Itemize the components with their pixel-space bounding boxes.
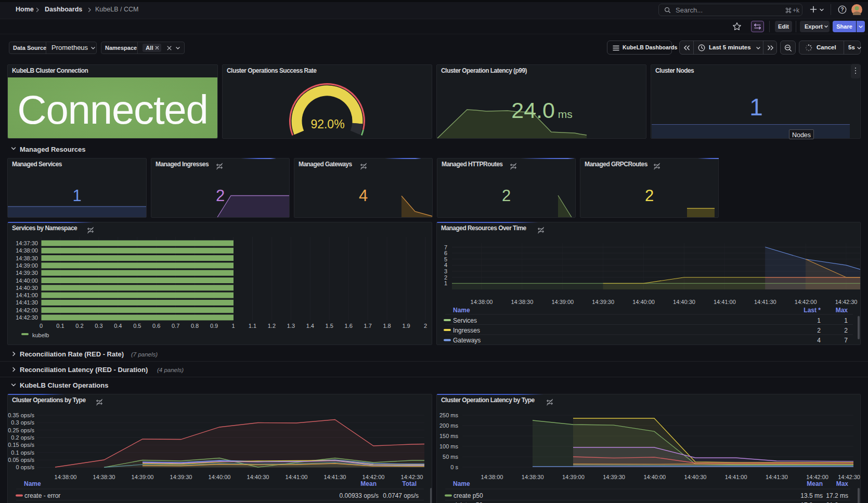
- svg-text:1.1: 1.1: [249, 323, 256, 329]
- svg-text:14:38:00: 14:38:00: [16, 247, 38, 254]
- svg-text:Total: Total: [402, 480, 417, 487]
- svg-text:Name: Name: [24, 480, 41, 487]
- svg-text:14:38:30: 14:38:30: [93, 474, 115, 480]
- svg-text:14:42:30: 14:42:30: [835, 299, 858, 305]
- svg-text:3: 3: [444, 268, 447, 274]
- svg-text:Gateways: Gateways: [453, 337, 481, 344]
- svg-text:100 ms: 100 ms: [439, 443, 459, 449]
- svg-text:0.8: 0.8: [191, 323, 199, 329]
- svg-text:Name: Name: [453, 307, 470, 314]
- svg-text:0.0747 ops/s: 0.0747 ops/s: [383, 492, 419, 499]
- svg-text:?: ?: [840, 7, 844, 12]
- svg-text:0.7: 0.7: [172, 323, 179, 329]
- svg-text:14:38:30: 14:38:30: [522, 474, 544, 480]
- svg-text:14:39:00: 14:39:00: [551, 299, 574, 305]
- svg-text:4: 4: [817, 337, 821, 344]
- svg-text:1.3: 1.3: [287, 323, 295, 329]
- svg-text:0 ops/s: 0 ops/s: [16, 464, 35, 470]
- svg-text:Mean: Mean: [360, 480, 377, 487]
- svg-text:0: 0: [40, 323, 43, 329]
- svg-text:14:39:30: 14:39:30: [592, 299, 614, 305]
- svg-text:14:39:30: 14:39:30: [170, 474, 192, 480]
- svg-text:7: 7: [444, 244, 447, 250]
- svg-text:0.05 ops/s: 0.05 ops/s: [8, 457, 34, 463]
- svg-text:5: 5: [444, 256, 447, 262]
- svg-text:14:42:00: 14:42:00: [362, 474, 385, 480]
- svg-text:14:40:30: 14:40:30: [16, 285, 38, 291]
- svg-text:14:39:00: 14:39:00: [132, 474, 154, 480]
- svg-text:Max: Max: [836, 480, 849, 487]
- svg-text:1.5: 1.5: [326, 323, 333, 329]
- svg-text:0.1 ops/s: 0.1 ops/s: [11, 449, 34, 456]
- svg-text:14:41:00: 14:41:00: [286, 474, 308, 480]
- svg-text:150 ms: 150 ms: [439, 433, 459, 439]
- svg-text:1.8: 1.8: [383, 323, 391, 329]
- svg-text:7: 7: [844, 337, 848, 344]
- svg-text:13.5 ms: 13.5 ms: [800, 492, 823, 499]
- svg-text:14:40:00: 14:40:00: [209, 474, 231, 480]
- svg-text:1.9: 1.9: [402, 323, 410, 329]
- svg-text:1: 1: [844, 317, 848, 324]
- svg-text:17.2 ms: 17.2 ms: [826, 492, 848, 499]
- svg-text:1.6: 1.6: [345, 323, 353, 329]
- svg-text:14:42:00: 14:42:00: [16, 307, 38, 313]
- svg-text:14:37:30: 14:37:30: [16, 240, 38, 246]
- svg-text:14:38:00: 14:38:00: [55, 474, 77, 480]
- svg-text:0.2 ops/s: 0.2 ops/s: [11, 434, 34, 441]
- svg-text:6: 6: [444, 250, 447, 256]
- svg-text:1: 1: [231, 323, 235, 329]
- svg-text:0.25 ops/s: 0.25 ops/s: [8, 427, 34, 433]
- svg-text:0.9: 0.9: [210, 323, 218, 329]
- svg-text:14:41:30: 14:41:30: [324, 474, 346, 480]
- svg-text:200 ms: 200 ms: [439, 422, 459, 429]
- svg-text:kubelb: kubelb: [32, 332, 49, 338]
- svg-text:2: 2: [844, 327, 848, 334]
- svg-text:Max: Max: [836, 307, 848, 314]
- svg-text:14:41:30: 14:41:30: [754, 299, 776, 305]
- svg-text:14:42:30: 14:42:30: [838, 474, 860, 480]
- svg-text:0.1: 0.1: [56, 323, 64, 329]
- svg-text:0.5: 0.5: [133, 323, 141, 329]
- svg-text:250 ms: 250 ms: [439, 412, 459, 418]
- svg-text:14:42:30: 14:42:30: [401, 474, 423, 480]
- svg-text:14:38:30: 14:38:30: [511, 299, 533, 305]
- svg-text:14:40:00: 14:40:00: [632, 299, 655, 305]
- svg-text:14:41:00: 14:41:00: [725, 474, 747, 480]
- svg-text:1.2: 1.2: [268, 323, 276, 329]
- svg-text:0.00933 ops/s: 0.00933 ops/s: [340, 492, 379, 499]
- svg-text:Services: Services: [453, 317, 477, 324]
- svg-text:0.15 ops/s: 0.15 ops/s: [8, 442, 34, 448]
- svg-text:14:41:00: 14:41:00: [714, 299, 736, 305]
- svg-text:14:40:00: 14:40:00: [16, 277, 38, 284]
- svg-text:14:41:00: 14:41:00: [16, 292, 38, 298]
- svg-text:14:41:30: 14:41:30: [16, 299, 38, 306]
- svg-text:14:40:30: 14:40:30: [684, 474, 707, 480]
- svg-text:2: 2: [817, 327, 821, 334]
- svg-text:2: 2: [444, 274, 447, 281]
- svg-text:4: 4: [444, 262, 447, 268]
- svg-text:create - error: create - error: [24, 492, 60, 499]
- svg-text:0.4: 0.4: [114, 323, 122, 329]
- svg-text:Name: Name: [453, 480, 470, 487]
- svg-text:0.6: 0.6: [152, 323, 160, 329]
- svg-text:Last *: Last *: [804, 307, 821, 314]
- svg-text:create p50: create p50: [454, 492, 483, 499]
- svg-text:14:40:30: 14:40:30: [673, 299, 695, 305]
- svg-text:Ingresses: Ingresses: [453, 327, 480, 334]
- svg-text:0 s: 0 s: [450, 464, 458, 470]
- svg-text:14:38:30: 14:38:30: [16, 255, 38, 261]
- svg-text:0.35 ops/s: 0.35 ops/s: [8, 412, 34, 418]
- svg-text:14:40:00: 14:40:00: [643, 474, 666, 480]
- svg-text:50 ms: 50 ms: [443, 454, 458, 460]
- svg-text:1: 1: [817, 317, 821, 324]
- svg-text:14:39:30: 14:39:30: [16, 270, 38, 276]
- svg-text:2: 2: [424, 323, 427, 329]
- svg-text:0.3 ops/s: 0.3 ops/s: [11, 419, 34, 426]
- svg-text:0.2: 0.2: [75, 323, 83, 329]
- svg-text:1.7: 1.7: [364, 323, 372, 329]
- svg-text:14:39:30: 14:39:30: [603, 474, 625, 480]
- svg-text:14:39:00: 14:39:00: [562, 474, 585, 480]
- svg-text:14:42:00: 14:42:00: [795, 299, 817, 305]
- svg-text:14:41:30: 14:41:30: [766, 474, 788, 480]
- svg-text:1.4: 1.4: [306, 323, 314, 329]
